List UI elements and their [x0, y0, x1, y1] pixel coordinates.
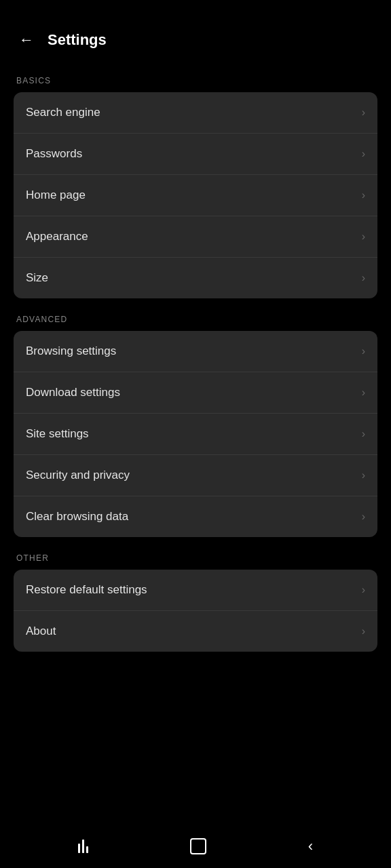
header: ← Settings [0, 14, 391, 60]
bottom-nav: ‹ [0, 825, 391, 868]
chevron-icon-restore-defaults: › [362, 585, 365, 595]
menu-item-label-restore-defaults: Restore default settings [26, 583, 147, 597]
section-label-basics: BASICS [14, 76, 377, 85]
sections-container: BASICSSearch engine›Passwords›Home page›… [0, 76, 391, 652]
menu-item-browsing-settings[interactable]: Browsing settings› [14, 331, 377, 372]
card-basics: Search engine›Passwords›Home page›Appear… [14, 92, 377, 298]
chevron-icon-search-engine: › [362, 107, 365, 118]
section-other: OTHERRestore default settings›About› [14, 553, 377, 652]
back-nav-button[interactable]: ‹ [301, 831, 320, 862]
menu-item-label-site-settings: Site settings [26, 427, 89, 441]
chevron-icon-site-settings: › [362, 429, 365, 439]
card-advanced: Browsing settings›Download settings›Site… [14, 331, 377, 537]
menu-item-label-search-engine: Search engine [26, 106, 100, 119]
chevron-icon-appearance: › [362, 231, 365, 242]
chevron-icon-browsing-settings: › [362, 346, 365, 357]
card-other: Restore default settings›About› [14, 570, 377, 652]
menu-item-appearance[interactable]: Appearance› [14, 216, 377, 258]
home-button[interactable] [183, 831, 213, 861]
menu-item-download-settings[interactable]: Download settings› [14, 372, 377, 414]
menu-item-label-appearance: Appearance [26, 230, 88, 243]
back-arrow-icon: ← [19, 31, 34, 48]
chevron-icon-passwords: › [362, 149, 365, 159]
chevron-icon-size: › [362, 273, 365, 283]
menu-item-restore-defaults[interactable]: Restore default settings› [14, 570, 377, 611]
menu-item-security-privacy[interactable]: Security and privacy› [14, 455, 377, 496]
back-nav-icon: ‹ [308, 837, 313, 855]
home-icon [190, 838, 206, 854]
section-label-advanced: ADVANCED [14, 315, 377, 324]
menu-item-label-about: About [26, 625, 56, 638]
menu-item-label-home-page: Home page [26, 189, 86, 202]
menu-item-label-download-settings: Download settings [26, 386, 120, 399]
menu-item-label-size: Size [26, 271, 48, 285]
menu-item-size[interactable]: Size› [14, 258, 377, 298]
recents-icon [78, 840, 88, 853]
menu-item-home-page[interactable]: Home page› [14, 175, 377, 216]
section-label-other: OTHER [14, 553, 377, 563]
menu-item-label-clear-browsing-data: Clear browsing data [26, 510, 128, 524]
section-advanced: ADVANCEDBrowsing settings›Download setti… [14, 315, 377, 537]
section-basics: BASICSSearch engine›Passwords›Home page›… [14, 76, 377, 298]
menu-item-about[interactable]: About› [14, 611, 377, 652]
menu-item-label-security-privacy: Security and privacy [26, 469, 130, 482]
menu-item-search-engine[interactable]: Search engine› [14, 92, 377, 134]
menu-item-clear-browsing-data[interactable]: Clear browsing data› [14, 496, 377, 537]
chevron-icon-download-settings: › [362, 387, 365, 398]
menu-item-label-passwords: Passwords [26, 147, 82, 161]
chevron-icon-clear-browsing-data: › [362, 511, 365, 522]
menu-item-label-browsing-settings: Browsing settings [26, 344, 116, 358]
chevron-icon-home-page: › [362, 190, 365, 201]
chevron-icon-security-privacy: › [362, 470, 365, 481]
menu-item-site-settings[interactable]: Site settings› [14, 414, 377, 455]
back-button[interactable]: ← [14, 27, 39, 53]
recents-button[interactable] [71, 833, 95, 860]
chevron-icon-about: › [362, 626, 365, 637]
menu-item-passwords[interactable]: Passwords› [14, 134, 377, 175]
page-title: Settings [48, 31, 107, 49]
